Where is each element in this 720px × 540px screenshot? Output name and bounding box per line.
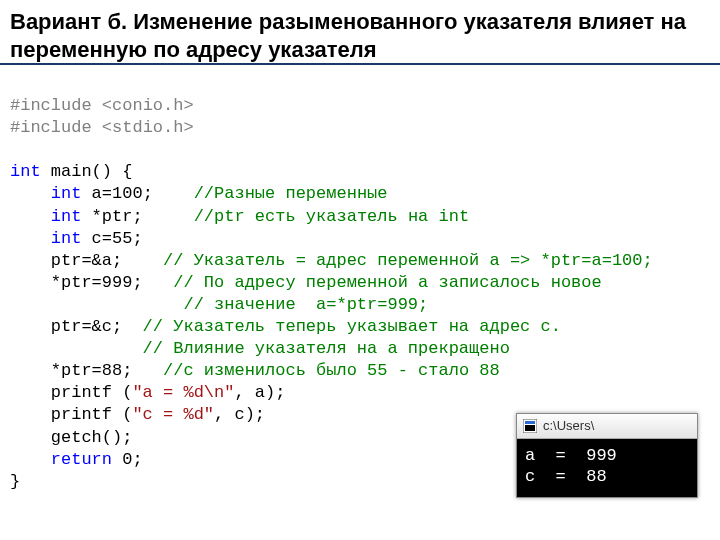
code-comment: // Влияние указателя на a прекращено	[122, 339, 510, 358]
console-icon	[523, 419, 537, 433]
code-line: *ptr=999;	[10, 273, 143, 292]
code-text: c=55;	[81, 229, 142, 248]
code-text: <conio.h>	[92, 96, 194, 115]
code-comment: // значение a=*ptr=999;	[153, 295, 428, 314]
code-string: "a = %d\n"	[132, 383, 234, 402]
code-line: }	[10, 472, 20, 491]
svg-rect-2	[525, 425, 535, 431]
code-line: *ptr=88;	[10, 361, 132, 380]
code-text: main() {	[41, 162, 133, 181]
code-comment: // По адресу переменной a записалось нов…	[143, 273, 602, 292]
code-line	[10, 339, 122, 358]
slide-title: Вариант б. Изменение разыменованного ука…	[0, 0, 720, 65]
console-title-text: c:\Users\	[543, 418, 594, 433]
svg-rect-1	[525, 421, 535, 424]
code-line: #include	[10, 96, 92, 115]
code-text: <stdio.h>	[92, 118, 194, 137]
code-line: int	[10, 229, 81, 248]
console-line: c = 88	[525, 467, 607, 486]
console-window: c:\Users\ a = 999 c = 88	[516, 413, 698, 499]
code-line: #include	[10, 118, 92, 137]
code-comment: //ptr есть указатель на int	[143, 207, 469, 226]
code-line: return	[10, 450, 112, 469]
code-text: *ptr;	[81, 207, 142, 226]
console-line: a = 999	[525, 446, 617, 465]
code-comment: // Указатель = адрес переменной a => *pt…	[122, 251, 653, 270]
code-comment: // Указатель теперь указывает на адрес c…	[122, 317, 561, 336]
console-titlebar: c:\Users\	[517, 414, 697, 439]
code-line: getch();	[10, 428, 132, 447]
code-line: printf (	[10, 383, 132, 402]
code-line: int	[10, 184, 81, 203]
code-text: , c);	[214, 405, 265, 424]
code-text: a=100;	[81, 184, 152, 203]
code-line: ptr=&a;	[10, 251, 122, 270]
code-line	[10, 295, 153, 314]
code-text: , a);	[234, 383, 285, 402]
code-string: "c = %d"	[132, 405, 214, 424]
code-line: int	[10, 162, 41, 181]
code-line: ptr=&c;	[10, 317, 122, 336]
code-line: printf (	[10, 405, 132, 424]
code-comment: //с изменилось было 55 - стало 88	[132, 361, 499, 380]
code-text: 0;	[112, 450, 143, 469]
code-comment: //Разные переменные	[153, 184, 388, 203]
code-line: int	[10, 207, 81, 226]
console-output: a = 999 c = 88	[517, 439, 697, 498]
